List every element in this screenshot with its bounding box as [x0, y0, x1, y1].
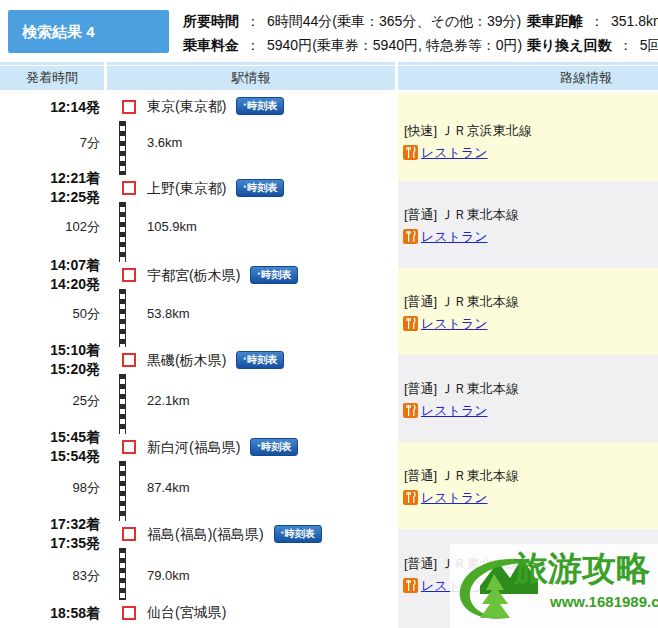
duration-value: 6時間44分(乗車：365分、その他：39分) [267, 13, 521, 29]
watermark-url: www.1681989.cn [550, 593, 658, 610]
station-time: 14:07着 14:20発 [0, 256, 100, 294]
departure-time: 15:54発 [0, 447, 100, 466]
route-cell [398, 181, 658, 268]
segment-duration: 83分 [0, 567, 100, 585]
departure-time: 14:20発 [0, 275, 100, 294]
departure-time: 17:35発 [0, 534, 100, 553]
station-row: 黒磯(栃木県)･時刻表 [147, 351, 284, 370]
station-row: 宇都宮(栃木県)･時刻表 [147, 266, 298, 285]
segment-distance: 3.6km [147, 134, 182, 152]
timetable-button[interactable]: ･時刻表 [236, 179, 284, 197]
route-line-name: [普通] ＪＲ東北本線 [404, 467, 519, 484]
column-header-times: 発着時間 [0, 62, 104, 90]
search-result-badge: 検索結果 4 [8, 10, 169, 53]
route-cell [398, 355, 658, 442]
timetable-button[interactable]: ･時刻表 [250, 438, 298, 456]
transfers-label: 乗り換え回数 [527, 37, 612, 53]
segment-duration: 50分 [0, 305, 100, 323]
restaurant-row: レストラン [403, 315, 488, 332]
transfers-value: 5回 [640, 37, 658, 53]
restaurant-link[interactable]: レストラン [421, 315, 488, 333]
restaurant-icon [403, 145, 418, 160]
segment-distance: 53.8km [147, 305, 190, 323]
station-time: 18:58着 [0, 604, 100, 623]
restaurant-link[interactable]: レストラン [421, 144, 488, 162]
station-time: 15:45着 15:54発 [0, 428, 100, 466]
route-cell [398, 268, 658, 355]
summary-line-1: 所要時間：6時間44分(乗車：365分、その他：39分) 乗車距離：351.8k… [183, 9, 655, 33]
segment-distance: 87.4km [147, 479, 190, 497]
restaurant-link[interactable]: レストラン [421, 228, 488, 246]
segment-distance: 105.9km [147, 218, 197, 236]
rail-track-line [119, 374, 126, 434]
station-name: 宇都宮(栃木県) [147, 267, 240, 283]
timetable-button[interactable]: ･時刻表 [274, 525, 322, 543]
restaurant-row: レストラン [403, 402, 488, 419]
station-name: 福島(福島)(福島県) [147, 526, 264, 542]
distance-value: 351.8km [611, 13, 658, 29]
segment-duration: 98分 [0, 479, 100, 497]
restaurant-link[interactable]: レストラン [421, 489, 488, 507]
fare-label: 乗車料金 [183, 37, 239, 53]
station-row: 仙台(宮城県) [147, 603, 226, 622]
route-line-name: [普通] ＪＲ東北本線 [404, 380, 519, 397]
rail-track-line [119, 289, 126, 347]
watermark-title: 旅游攻略 [514, 546, 650, 592]
timetable-button[interactable]: ･時刻表 [250, 266, 298, 284]
arrival-time: 15:10着 [0, 341, 100, 360]
separator: ： [239, 13, 267, 29]
separator: ： [239, 37, 267, 53]
route-summary: 所要時間：6時間44分(乗車：365分、その他：39分) 乗車距離：351.8k… [183, 9, 655, 57]
rail-track-line [119, 461, 126, 521]
route-line-name: [普通] ＪＲ東北本線 [404, 293, 519, 310]
restaurant-icon [403, 578, 418, 593]
arrival-time: 14:07着 [0, 256, 100, 275]
route-line-name: [普通] ＪＲ東北本線 [404, 206, 519, 223]
station-time: 17:32着 17:35発 [0, 515, 100, 553]
segment-duration: 7分 [0, 134, 100, 152]
restaurant-row: レストラン [403, 144, 488, 161]
timetable-button[interactable]: ･時刻表 [236, 351, 284, 369]
restaurant-link[interactable]: レストラン [421, 402, 488, 420]
station-marker-icon [122, 268, 136, 282]
route-search-result-page: 検索結果 4 所要時間：6時間44分(乗車：365分、その他：39分) 乗車距離… [0, 0, 658, 628]
restaurant-row: レストラン [403, 489, 488, 506]
station-name: 黒磯(栃木県) [147, 352, 226, 368]
station-time: 15:10着 15:20発 [0, 341, 100, 379]
restaurant-icon [403, 490, 418, 505]
rail-track-line [119, 121, 126, 175]
column-header-route: 路線情報 [398, 62, 658, 90]
route-line-name: [快速] ＪＲ京浜東北線 [404, 122, 532, 139]
arrival-time: 15:45着 [0, 428, 100, 447]
route-cell [398, 442, 658, 529]
separator: ： [612, 37, 640, 53]
restaurant-icon [403, 316, 418, 331]
duration-label: 所要時間 [183, 13, 239, 29]
station-row: 新白河(福島県)･時刻表 [147, 438, 298, 457]
summary-line-2: 乗車料金：5940円(乗車券：5940円, 特急券等：0円) 乗り換え回数：5回 [183, 33, 655, 57]
station-row: 上野(東京都)･時刻表 [147, 179, 284, 198]
departure-time: 12:14発 [0, 98, 100, 117]
station-name: 東京(東京都) [147, 98, 226, 114]
restaurant-icon [403, 403, 418, 418]
station-row: 東京(東京都)･時刻表 [147, 97, 284, 116]
station-marker-icon [122, 606, 136, 620]
station-name: 仙台(宮城県) [147, 604, 226, 620]
departure-time: 15:20発 [0, 360, 100, 379]
segment-duration: 25分 [0, 392, 100, 410]
station-name: 新白河(福島県) [147, 439, 240, 455]
timetable-button[interactable]: ･時刻表 [236, 97, 284, 115]
distance-group: 乗車距離：351.8km [527, 9, 658, 33]
station-row: 福島(福島)(福島県)･時刻表 [147, 525, 322, 544]
station-time: 12:21着 12:25発 [0, 169, 100, 207]
arrival-time: 17:32着 [0, 515, 100, 534]
segment-distance: 79.0km [147, 567, 190, 585]
station-name: 上野(東京都) [147, 180, 226, 196]
separator: ： [583, 13, 611, 29]
segment-distance: 22.1km [147, 392, 190, 410]
column-header-station: 駅情報 [107, 62, 395, 90]
station-time: 12:14発 [0, 98, 100, 117]
station-marker-icon [122, 353, 136, 367]
watermark: 旅游攻略 www.1681989.cn [450, 544, 658, 628]
restaurant-icon [403, 229, 418, 244]
